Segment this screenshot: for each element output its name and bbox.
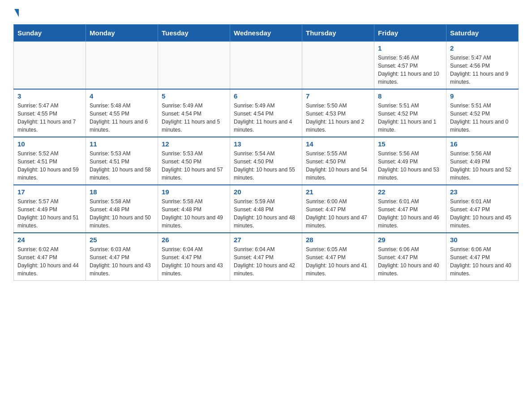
day-info: Sunrise: 5:47 AMSunset: 4:55 PMDaylight:…	[17, 102, 82, 134]
calendar-cell: 23Sunrise: 6:01 AMSunset: 4:47 PMDayligh…	[446, 185, 519, 233]
calendar-cell: 8Sunrise: 5:51 AMSunset: 4:52 PMDaylight…	[374, 89, 446, 137]
weekday-header-wednesday: Wednesday	[230, 25, 302, 42]
calendar-cell: 29Sunrise: 6:06 AMSunset: 4:47 PMDayligh…	[374, 233, 446, 281]
calendar-cell: 24Sunrise: 6:02 AMSunset: 4:47 PMDayligh…	[14, 233, 86, 281]
day-info: Sunrise: 5:56 AMSunset: 4:49 PMDaylight:…	[378, 150, 442, 182]
day-info: Sunrise: 5:58 AMSunset: 4:48 PMDaylight:…	[162, 197, 226, 230]
day-info: Sunrise: 5:51 AMSunset: 4:52 PMDaylight:…	[450, 102, 515, 134]
day-number: 3	[17, 92, 82, 100]
calendar-cell: 21Sunrise: 6:00 AMSunset: 4:47 PMDayligh…	[302, 185, 374, 233]
calendar-cell: 18Sunrise: 5:58 AMSunset: 4:48 PMDayligh…	[86, 185, 158, 233]
calendar-cell: 10Sunrise: 5:52 AMSunset: 4:51 PMDayligh…	[14, 137, 86, 185]
day-info: Sunrise: 6:06 AMSunset: 4:47 PMDaylight:…	[450, 245, 515, 278]
day-number: 2	[450, 44, 515, 52]
calendar-table: SundayMondayTuesdayWednesdayThursdayFrid…	[13, 24, 519, 281]
day-number: 24	[17, 236, 82, 244]
day-info: Sunrise: 6:01 AMSunset: 4:47 PMDaylight:…	[378, 197, 442, 230]
day-info: Sunrise: 5:57 AMSunset: 4:49 PMDaylight:…	[17, 197, 82, 230]
day-info: Sunrise: 5:46 AMSunset: 4:57 PMDaylight:…	[378, 54, 442, 86]
day-number: 14	[306, 140, 370, 148]
calendar-cell	[302, 42, 374, 90]
calendar-cell: 4Sunrise: 5:48 AMSunset: 4:55 PMDaylight…	[86, 89, 158, 137]
page-header	[13, 9, 519, 15]
day-number: 21	[306, 188, 370, 196]
day-info: Sunrise: 5:58 AMSunset: 4:48 PMDaylight:…	[90, 197, 154, 230]
calendar-cell: 17Sunrise: 5:57 AMSunset: 4:49 PMDayligh…	[14, 185, 86, 233]
calendar-cell: 14Sunrise: 5:55 AMSunset: 4:50 PMDayligh…	[302, 137, 374, 185]
weekday-header-tuesday: Tuesday	[158, 25, 230, 42]
day-info: Sunrise: 6:03 AMSunset: 4:47 PMDaylight:…	[90, 245, 154, 278]
day-number: 1	[378, 44, 442, 52]
day-info: Sunrise: 5:53 AMSunset: 4:50 PMDaylight:…	[162, 150, 226, 182]
calendar-week-row: 17Sunrise: 5:57 AMSunset: 4:49 PMDayligh…	[14, 185, 519, 233]
day-info: Sunrise: 5:52 AMSunset: 4:51 PMDaylight:…	[17, 150, 82, 182]
day-number: 23	[450, 188, 515, 196]
day-info: Sunrise: 5:56 AMSunset: 4:49 PMDaylight:…	[450, 150, 515, 182]
weekday-header-row: SundayMondayTuesdayWednesdayThursdayFrid…	[14, 25, 519, 42]
day-number: 16	[450, 140, 515, 148]
calendar-cell	[230, 42, 302, 90]
calendar-cell	[158, 42, 230, 90]
day-info: Sunrise: 6:04 AMSunset: 4:47 PMDaylight:…	[234, 245, 298, 278]
day-info: Sunrise: 5:50 AMSunset: 4:53 PMDaylight:…	[306, 102, 370, 134]
calendar-cell: 1Sunrise: 5:46 AMSunset: 4:57 PMDaylight…	[374, 42, 446, 90]
day-number: 25	[90, 236, 154, 244]
day-number: 26	[162, 236, 226, 244]
day-number: 27	[234, 236, 298, 244]
day-number: 30	[450, 236, 515, 244]
day-number: 8	[378, 92, 442, 100]
day-info: Sunrise: 6:04 AMSunset: 4:47 PMDaylight:…	[162, 245, 226, 278]
day-number: 22	[378, 188, 442, 196]
logo	[13, 9, 19, 15]
day-number: 20	[234, 188, 298, 196]
calendar-cell: 6Sunrise: 5:49 AMSunset: 4:54 PMDaylight…	[230, 89, 302, 137]
calendar-cell: 25Sunrise: 6:03 AMSunset: 4:47 PMDayligh…	[86, 233, 158, 281]
day-number: 19	[162, 188, 226, 196]
calendar-cell: 2Sunrise: 5:47 AMSunset: 4:56 PMDaylight…	[446, 42, 519, 90]
day-number: 7	[306, 92, 370, 100]
day-info: Sunrise: 5:49 AMSunset: 4:54 PMDaylight:…	[162, 102, 226, 134]
calendar-cell: 3Sunrise: 5:47 AMSunset: 4:55 PMDaylight…	[14, 89, 86, 137]
logo-triangle-icon	[14, 9, 19, 17]
day-number: 18	[90, 188, 154, 196]
day-info: Sunrise: 5:48 AMSunset: 4:55 PMDaylight:…	[90, 102, 154, 134]
calendar-cell: 5Sunrise: 5:49 AMSunset: 4:54 PMDaylight…	[158, 89, 230, 137]
calendar-cell: 28Sunrise: 6:05 AMSunset: 4:47 PMDayligh…	[302, 233, 374, 281]
calendar-cell: 9Sunrise: 5:51 AMSunset: 4:52 PMDaylight…	[446, 89, 519, 137]
day-info: Sunrise: 5:51 AMSunset: 4:52 PMDaylight:…	[378, 102, 442, 134]
day-info: Sunrise: 6:01 AMSunset: 4:47 PMDaylight:…	[450, 197, 515, 230]
day-number: 28	[306, 236, 370, 244]
day-number: 10	[17, 140, 82, 148]
weekday-header-friday: Friday	[374, 25, 446, 42]
calendar-cell: 22Sunrise: 6:01 AMSunset: 4:47 PMDayligh…	[374, 185, 446, 233]
day-number: 9	[450, 92, 515, 100]
weekday-header-monday: Monday	[86, 25, 158, 42]
day-info: Sunrise: 5:54 AMSunset: 4:50 PMDaylight:…	[234, 150, 298, 182]
weekday-header-sunday: Sunday	[14, 25, 86, 42]
day-info: Sunrise: 5:59 AMSunset: 4:48 PMDaylight:…	[234, 197, 298, 230]
day-number: 13	[234, 140, 298, 148]
calendar-week-row: 24Sunrise: 6:02 AMSunset: 4:47 PMDayligh…	[14, 233, 519, 281]
calendar-cell: 20Sunrise: 5:59 AMSunset: 4:48 PMDayligh…	[230, 185, 302, 233]
calendar-week-row: 3Sunrise: 5:47 AMSunset: 4:55 PMDaylight…	[14, 89, 519, 137]
calendar-cell: 30Sunrise: 6:06 AMSunset: 4:47 PMDayligh…	[446, 233, 519, 281]
day-info: Sunrise: 5:53 AMSunset: 4:51 PMDaylight:…	[90, 150, 154, 182]
day-number: 17	[17, 188, 82, 196]
day-number: 4	[90, 92, 154, 100]
day-number: 15	[378, 140, 442, 148]
calendar-cell	[86, 42, 158, 90]
day-info: Sunrise: 6:06 AMSunset: 4:47 PMDaylight:…	[378, 245, 442, 278]
day-info: Sunrise: 6:05 AMSunset: 4:47 PMDaylight:…	[306, 245, 370, 278]
calendar-cell: 19Sunrise: 5:58 AMSunset: 4:48 PMDayligh…	[158, 185, 230, 233]
calendar-week-row: 10Sunrise: 5:52 AMSunset: 4:51 PMDayligh…	[14, 137, 519, 185]
day-number: 5	[162, 92, 226, 100]
weekday-header-saturday: Saturday	[446, 25, 519, 42]
day-number: 6	[234, 92, 298, 100]
calendar-cell: 12Sunrise: 5:53 AMSunset: 4:50 PMDayligh…	[158, 137, 230, 185]
day-info: Sunrise: 5:55 AMSunset: 4:50 PMDaylight:…	[306, 150, 370, 182]
day-info: Sunrise: 5:49 AMSunset: 4:54 PMDaylight:…	[234, 102, 298, 134]
calendar-cell: 26Sunrise: 6:04 AMSunset: 4:47 PMDayligh…	[158, 233, 230, 281]
calendar-cell: 16Sunrise: 5:56 AMSunset: 4:49 PMDayligh…	[446, 137, 519, 185]
calendar-cell: 13Sunrise: 5:54 AMSunset: 4:50 PMDayligh…	[230, 137, 302, 185]
weekday-header-thursday: Thursday	[302, 25, 374, 42]
